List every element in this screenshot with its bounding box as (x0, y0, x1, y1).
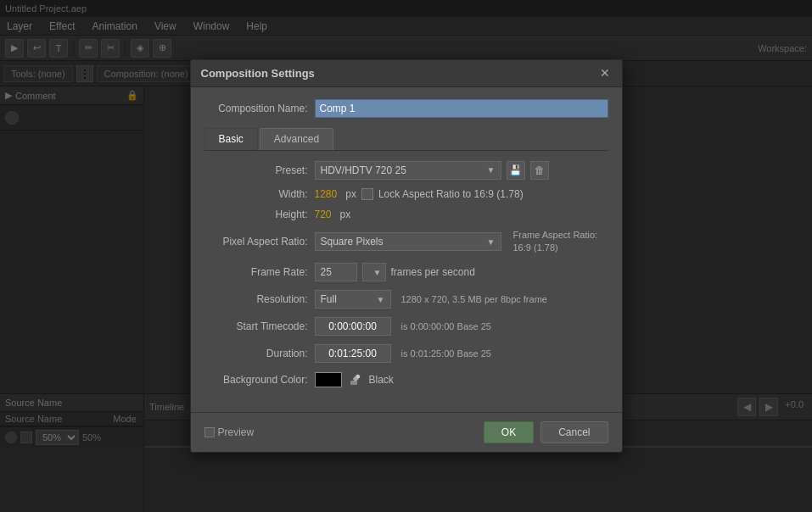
resolution-row: Resolution: Full ▼ 1280 x 720, 3.5 MB pe… (204, 290, 608, 309)
width-label: Width: (204, 188, 315, 200)
preset-select-value: HDV/HDTV 720 25 (321, 164, 406, 176)
width-unit: px (345, 188, 356, 200)
start-timecode-label: Start Timecode: (204, 320, 315, 332)
cancel-button[interactable]: Cancel (540, 421, 608, 443)
preset-delete-btn[interactable]: 🗑 (530, 161, 549, 180)
resolution-arrow: ▼ (377, 295, 385, 304)
preset-dropdown-arrow: ▼ (487, 165, 496, 175)
height-row: Height: 720 px (204, 209, 608, 220)
height-unit: px (340, 209, 351, 220)
footer-buttons: OK Cancel (484, 421, 608, 443)
duration-info: is 0:01:25:00 Base 25 (401, 348, 491, 359)
resolution-select[interactable]: Full ▼ (315, 290, 391, 309)
frame-rate-dropdown[interactable]: ▼ (362, 263, 386, 281)
bg-color-name: Black (369, 374, 394, 386)
frame-aspect-info: Frame Aspect Ratio: 16:9 (1.78) (513, 229, 598, 255)
frame-rate-row: Frame Rate: ▼ frames per second (204, 263, 608, 281)
tab-advanced[interactable]: Advanced (260, 128, 333, 150)
frame-aspect-value: 16:9 (1.78) (513, 242, 558, 253)
frame-rate-control: ▼ frames per second (315, 263, 608, 281)
preset-row: Preset: HDV/HDTV 720 25 ▼ 💾 🗑 (204, 161, 608, 180)
height-value[interactable]: 720 (315, 209, 332, 220)
preset-save-btn[interactable]: 💾 (507, 161, 525, 180)
start-timecode-info: is 0:00:00:00 Base 25 (401, 321, 491, 331)
duration-label: Duration: (204, 348, 315, 359)
preview-check: Preview (204, 426, 255, 438)
resolution-control: Full ▼ 1280 x 720, 3.5 MB per 8bpc frame (315, 290, 608, 309)
pixel-aspect-control: Square Pixels ▼ Frame Aspect Ratio: 16:9… (315, 229, 608, 255)
height-control: 720 px (315, 209, 608, 220)
duration-row: Duration: is 0:01:25:00 Base 25 (204, 344, 608, 363)
bg-color-control: Black (315, 371, 608, 388)
duration-control: is 0:01:25:00 Base 25 (315, 344, 608, 363)
tab-basic[interactable]: Basic (204, 128, 258, 150)
dialog-overlay: Composition Settings ✕ Composition Name:… (0, 0, 812, 512)
bg-color-swatch[interactable] (315, 372, 342, 387)
duration-input[interactable] (315, 344, 391, 363)
pixel-aspect-select[interactable]: Square Pixels ▼ (315, 232, 501, 251)
pixel-aspect-value: Square Pixels (321, 236, 384, 248)
height-label: Height: (204, 209, 315, 220)
svg-rect-0 (350, 381, 357, 385)
eyedropper-icon (349, 373, 362, 387)
dialog-footer: Preview OK Cancel (191, 412, 622, 452)
comp-name-label: Composition Name: (204, 103, 315, 114)
lock-aspect-label: Lock Aspect Ratio to 16:9 (1.78) (378, 188, 524, 200)
preset-control: HDV/HDTV 720 25 ▼ 💾 🗑 (315, 161, 608, 180)
comp-name-row: Composition Name: (204, 99, 608, 118)
preview-label: Preview (218, 426, 255, 438)
dialog-body: Composition Name: Basic Advanced Preset:… (191, 87, 622, 409)
pixel-aspect-arrow: ▼ (487, 237, 496, 247)
start-timecode-control: is 0:00:00:00 Base 25 (315, 317, 608, 336)
bg-color-label: Background Color: (204, 374, 315, 386)
preset-label: Preset: (204, 164, 315, 176)
resolution-info: 1280 x 720, 3.5 MB per 8bpc frame (401, 294, 547, 304)
dialog-title: Composition Settings (201, 67, 315, 80)
pixel-aspect-row: Pixel Aspect Ratio: Square Pixels ▼ Fram… (204, 229, 608, 255)
composition-settings-dialog: Composition Settings ✕ Composition Name:… (190, 59, 623, 454)
resolution-value: Full (321, 293, 337, 305)
width-control: 1280 px Lock Aspect Ratio to 16:9 (1.78) (315, 188, 608, 200)
comp-name-input[interactable] (315, 99, 608, 118)
preview-checkbox[interactable] (204, 427, 215, 437)
start-timecode-input[interactable] (315, 317, 391, 336)
dialog-title-bar: Composition Settings ✕ (191, 60, 622, 87)
frame-rate-unit: frames per second (391, 266, 475, 278)
width-value[interactable]: 1280 (315, 188, 338, 200)
preset-select[interactable]: HDV/HDTV 720 25 ▼ (315, 161, 501, 180)
color-picker-button[interactable] (347, 371, 364, 388)
dialog-close-button[interactable]: ✕ (598, 67, 612, 79)
width-row: Width: 1280 px Lock Aspect Ratio to 16:9… (204, 188, 608, 200)
ok-button[interactable]: OK (484, 421, 534, 443)
frame-aspect-label: Frame Aspect Ratio: (513, 230, 598, 240)
svg-point-2 (356, 375, 360, 378)
frame-rate-arrow: ▼ (373, 268, 382, 277)
tabs-row: Basic Advanced (204, 128, 608, 151)
start-timecode-row: Start Timecode: is 0:00:00:00 Base 25 (204, 317, 608, 336)
bg-color-row: Background Color: Black (204, 371, 608, 388)
pixel-aspect-label: Pixel Aspect Ratio: (204, 236, 315, 248)
lock-aspect-checkbox[interactable] (361, 188, 373, 200)
frame-rate-input[interactable] (315, 263, 357, 281)
resolution-label: Resolution: (204, 293, 315, 305)
frame-rate-label: Frame Rate: (204, 266, 315, 278)
